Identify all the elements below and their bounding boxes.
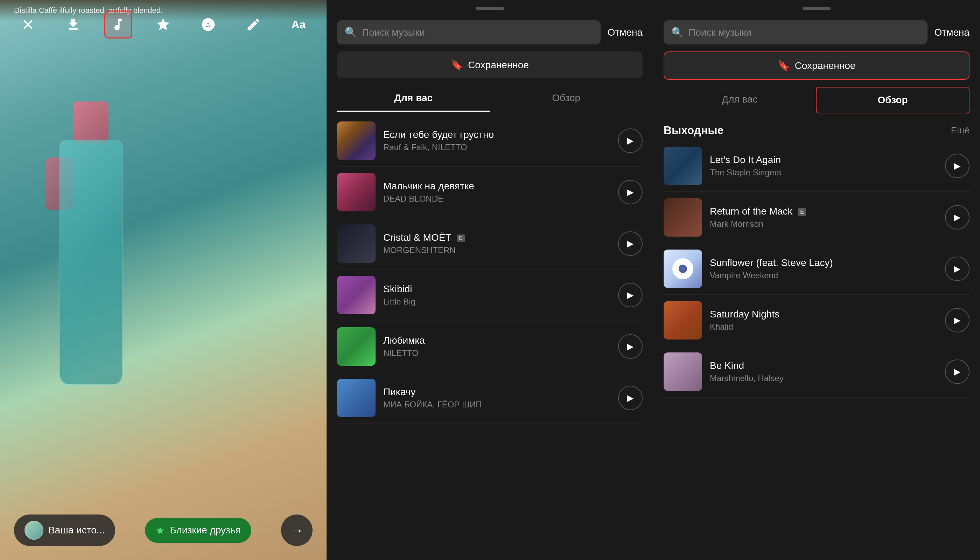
cancel-button[interactable]: Отмена bbox=[608, 27, 643, 38]
browse-song-title-0: Let's Do It Again bbox=[710, 154, 937, 165]
download-button[interactable] bbox=[59, 10, 87, 38]
browse-song-thumb-1 bbox=[663, 198, 702, 237]
play-button-3[interactable]: ▶ bbox=[618, 283, 643, 307]
search-placeholder-browse: Поиск музыки bbox=[688, 27, 752, 38]
saved-label: Сохраненное bbox=[468, 60, 529, 71]
draw-button[interactable] bbox=[239, 10, 267, 38]
browse-song-thumb-0 bbox=[663, 147, 702, 185]
browse-song-item-2[interactable]: Sunflower (feat. Steve Lacy) Vampire Wee… bbox=[663, 243, 970, 295]
song-thumb-4 bbox=[337, 327, 375, 366]
cancel-button-browse[interactable]: Отмена bbox=[935, 27, 970, 38]
drag-handle[interactable] bbox=[476, 7, 504, 10]
more-link[interactable]: Ещё bbox=[951, 125, 970, 136]
song-info-3: Skibidi Little Big bbox=[383, 283, 610, 307]
drag-handle-browse[interactable] bbox=[803, 7, 830, 10]
close-friends-button[interactable]: ★ Близкие друзья bbox=[145, 518, 251, 543]
song-artist-2: MORGENSHTERN bbox=[383, 245, 610, 255]
song-thumb-3 bbox=[337, 276, 375, 314]
song-item-4[interactable]: Любимка NILETTO ▶ bbox=[337, 321, 643, 372]
song-thumb-2 bbox=[337, 224, 375, 263]
saved-button[interactable]: 🔖 Сохраненное bbox=[337, 52, 643, 78]
browse-song-item-3[interactable]: Saturday Nights Khalid ▶ bbox=[663, 295, 970, 346]
search-icon-browse: 🔍 bbox=[671, 27, 683, 38]
your-story-label: Ваша исто... bbox=[48, 525, 105, 536]
browse-song-info-2: Sunflower (feat. Steve Lacy) Vampire Wee… bbox=[710, 257, 937, 280]
browse-song-item-1[interactable]: Return of the Mack E Mark Morrison ▶ bbox=[663, 192, 970, 243]
browse-song-title-1: Return of the Mack E bbox=[710, 206, 937, 217]
song-item-0[interactable]: Если тебе будет грустно Rauf & Faik, NIL… bbox=[337, 115, 643, 167]
music-button[interactable] bbox=[104, 10, 132, 38]
tab-browse-active[interactable]: Обзор bbox=[816, 87, 970, 113]
music-panel-browse: 🔍 Поиск музыки Отмена 🔖 Сохраненное Для … bbox=[653, 0, 980, 560]
browse-song-title-4: Be Kind bbox=[710, 360, 937, 372]
camera-panel: Distilla Caffè ilfully roasted, artfully… bbox=[0, 0, 327, 560]
sticker-button[interactable] bbox=[194, 10, 222, 38]
camera-toolbar: Aa bbox=[0, 10, 327, 38]
tab-browse[interactable]: Обзор bbox=[490, 85, 643, 112]
browse-song-title-2: Sunflower (feat. Steve Lacy) bbox=[710, 257, 937, 268]
song-item-5[interactable]: Пикачу МИА БОЙКА, ГЁОР ШИП ▶ bbox=[337, 372, 643, 424]
song-item-2[interactable]: Cristal & МОЁТ E MORGENSHTERN ▶ bbox=[337, 218, 643, 270]
browse-song-item-4[interactable]: Be Kind Marshmello, Halsey ▶ bbox=[663, 346, 970, 398]
browse-song-item-0[interactable]: Let's Do It Again The Staple Singers ▶ bbox=[663, 140, 970, 192]
avatar bbox=[25, 521, 43, 540]
song-item-1[interactable]: Мальчик на девятке DEAD BLONDE ▶ bbox=[337, 167, 643, 218]
play-button-4[interactable]: ▶ bbox=[618, 334, 643, 359]
section-title: Выходные bbox=[663, 124, 723, 137]
tab-for-you-browse[interactable]: Для вас bbox=[663, 87, 816, 113]
send-arrow-icon: → bbox=[290, 523, 304, 538]
play-button-2[interactable]: ▶ bbox=[618, 232, 643, 256]
saved-button-browse[interactable]: 🔖 Сохраненное bbox=[663, 52, 970, 80]
browse-play-button-1[interactable]: ▶ bbox=[945, 205, 970, 230]
tabs-row: Для вас Обзор bbox=[327, 85, 653, 112]
browse-song-info-4: Be Kind Marshmello, Halsey bbox=[710, 360, 937, 383]
search-input-browse[interactable]: 🔍 Поиск музыки bbox=[663, 20, 928, 45]
spray-body bbox=[60, 140, 122, 385]
song-title-4: Любимка bbox=[383, 335, 610, 346]
search-row: 🔍 Поиск музыки Отмена bbox=[327, 20, 653, 45]
browse-play-button-4[interactable]: ▶ bbox=[945, 360, 970, 384]
send-button[interactable]: → bbox=[281, 515, 313, 546]
tab-for-you[interactable]: Для вас bbox=[337, 85, 490, 112]
explicit-badge-2: E bbox=[457, 235, 465, 242]
song-list-foryou: Если тебе будет грустно Rauf & Faik, NIL… bbox=[327, 115, 653, 560]
song-artist-4: NILETTO bbox=[383, 348, 610, 358]
browse-song-info-0: Let's Do It Again The Staple Singers bbox=[710, 154, 937, 177]
spray-neck bbox=[73, 102, 108, 143]
song-list-browse: Let's Do It Again The Staple Singers ▶ R… bbox=[653, 140, 980, 560]
browse-play-button-3[interactable]: ▶ bbox=[945, 308, 970, 332]
search-placeholder: Поиск музыки bbox=[362, 27, 425, 38]
camera-bottom-bar: Ваша исто... ★ Близкие друзья → bbox=[0, 515, 327, 546]
browse-play-button-0[interactable]: ▶ bbox=[945, 153, 970, 178]
section-header-browse: Выходные Ещё bbox=[653, 117, 980, 140]
browse-play-button-2[interactable]: ▶ bbox=[945, 257, 970, 281]
browse-song-title-3: Saturday Nights bbox=[710, 309, 937, 320]
song-thumb-0 bbox=[337, 122, 375, 160]
text-button[interactable]: Aa bbox=[285, 10, 313, 38]
song-info-2: Cristal & МОЁТ E MORGENSHTERN bbox=[383, 232, 610, 255]
song-artist-1: DEAD BLONDE bbox=[383, 194, 610, 204]
song-info-0: Если тебе будет грустно Rauf & Faik, NIL… bbox=[383, 129, 610, 152]
browse-song-info-1: Return of the Mack E Mark Morrison bbox=[710, 206, 937, 229]
browse-song-thumb-4 bbox=[663, 352, 702, 391]
song-info-5: Пикачу МИА БОЙКА, ГЁОР ШИП bbox=[383, 387, 610, 410]
search-input[interactable]: 🔍 Поиск музыки bbox=[337, 20, 601, 45]
song-artist-0: Rauf & Faik, NILETTO bbox=[383, 142, 610, 152]
browse-song-thumb-2 bbox=[663, 250, 702, 288]
play-button-5[interactable]: ▶ bbox=[618, 386, 643, 410]
close-button[interactable] bbox=[14, 10, 42, 38]
music-panel-foryou: 🔍 Поиск музыки Отмена 🔖 Сохраненное Для … bbox=[327, 0, 653, 560]
browse-song-artist-0: The Staple Singers bbox=[710, 168, 937, 177]
song-info-1: Мальчик на девятке DEAD BLONDE bbox=[383, 181, 610, 204]
song-artist-5: МИА БОЙКА, ГЁОР ШИП bbox=[383, 400, 610, 410]
play-button-0[interactable]: ▶ bbox=[618, 128, 643, 153]
song-title-5: Пикачу bbox=[383, 387, 610, 398]
play-button-1[interactable]: ▶ bbox=[618, 180, 643, 204]
tabs-row-browse: Для вас Обзор bbox=[653, 87, 980, 113]
effects-button[interactable] bbox=[149, 10, 177, 38]
song-item-3[interactable]: Skibidi Little Big ▶ bbox=[337, 270, 643, 321]
song-thumb-5 bbox=[337, 379, 375, 417]
song-title-0: Если тебе будет грустно bbox=[383, 129, 610, 140]
your-story-button[interactable]: Ваша исто... bbox=[14, 515, 115, 546]
song-thumb-1 bbox=[337, 173, 375, 212]
